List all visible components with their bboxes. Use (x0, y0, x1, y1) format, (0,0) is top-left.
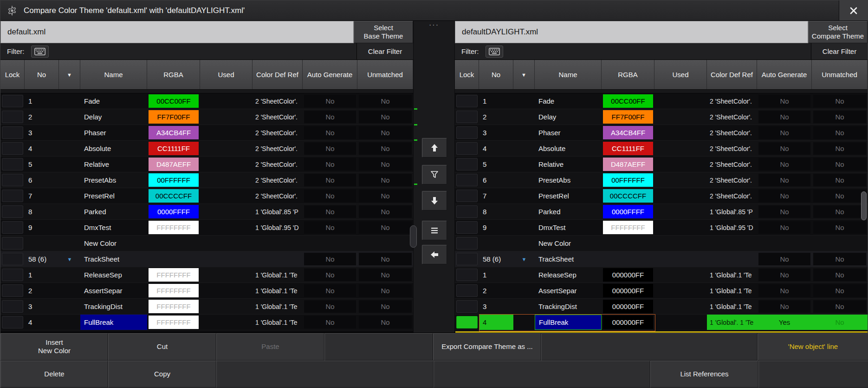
table-row[interactable]: 58 (6)▼TrackSheetNoNo (0, 251, 413, 267)
close-button[interactable] (839, 0, 868, 20)
ref-cell[interactable]: 1 'Global'.1 'Te (253, 267, 303, 283)
unmatched-cell[interactable]: No (357, 267, 413, 283)
lock-cell[interactable] (455, 188, 479, 204)
lock-cell[interactable] (455, 251, 479, 267)
expand-cell[interactable] (513, 188, 535, 204)
auto-generate-cell[interactable]: No (757, 204, 812, 219)
select-base-theme-button[interactable]: Select Base Theme (354, 21, 413, 43)
unmatched-cell[interactable]: No (812, 188, 868, 204)
col-header-rgba[interactable]: RGBA (602, 60, 654, 89)
col-header-used[interactable]: Used (200, 60, 253, 89)
unmatched-cell[interactable]: No (357, 299, 413, 314)
ref-cell[interactable]: 2 'SheetColor'. (707, 188, 757, 204)
unmatched-cell[interactable]: No (812, 204, 868, 219)
used-cell[interactable] (654, 93, 707, 109)
auto-generate-cell[interactable]: No (757, 125, 812, 140)
unmatched-cell[interactable]: No (357, 93, 413, 109)
unmatched-cell[interactable]: No (357, 283, 413, 298)
ref-cell[interactable]: 2 'SheetColor'. (253, 188, 303, 204)
name-cell[interactable]: Absolute (535, 141, 602, 156)
name-cell[interactable]: Relative (80, 157, 147, 172)
no-cell[interactable]: 5 (479, 157, 513, 172)
lock-cell[interactable] (0, 125, 25, 140)
no-cell[interactable]: 6 (479, 172, 513, 188)
ref-cell[interactable] (707, 251, 757, 267)
expand-cell[interactable] (59, 315, 80, 330)
table-row[interactable]: New Color (455, 236, 868, 251)
table-row[interactable]: 4FullBreak000000FF1 'Global'. 1 'TeYesNo (455, 315, 868, 330)
no-cell[interactable]: 58 (6) (479, 251, 513, 267)
ref-cell[interactable]: 2 'SheetColor'. (253, 109, 303, 125)
no-cell[interactable]: 2 (25, 283, 59, 298)
expand-cell[interactable] (513, 157, 535, 172)
lock-cell[interactable] (455, 93, 479, 109)
unmatched-cell[interactable]: No (812, 299, 868, 314)
col-header-no[interactable]: No (25, 60, 59, 89)
right-filter-input[interactable] (508, 43, 811, 59)
rgba-cell[interactable]: FFFFFFFF (602, 220, 654, 235)
expand-cell[interactable] (59, 299, 80, 314)
col-header-ref[interactable]: Color Def Ref (707, 60, 757, 89)
auto-generate-cell[interactable]: No (303, 267, 357, 283)
table-row[interactable]: 58 (6)▼TrackSheetNoNo (455, 251, 868, 267)
col-header-auto-generate[interactable]: Auto Generate (757, 60, 812, 89)
lock-cell[interactable] (455, 172, 479, 188)
ref-cell[interactable]: 2 'SheetColor'. (253, 157, 303, 172)
used-cell[interactable] (654, 125, 707, 140)
used-cell[interactable] (200, 141, 253, 156)
expand-cell[interactable] (59, 157, 80, 172)
used-cell[interactable] (200, 172, 253, 188)
expand-cell[interactable] (59, 283, 80, 298)
settings-button[interactable] (5, 4, 19, 18)
name-cell[interactable]: Relative (535, 157, 602, 172)
used-cell[interactable] (654, 251, 707, 267)
rgba-cell[interactable]: D487AEFF (602, 157, 654, 172)
no-cell[interactable]: 2 (25, 109, 59, 125)
ref-cell[interactable]: 2 'SheetColor'. (253, 172, 303, 188)
auto-generate-cell[interactable]: No (757, 267, 812, 283)
rgba-cell[interactable]: CC1111FF (602, 141, 654, 156)
unmatched-cell[interactable]: No (812, 251, 868, 267)
no-cell[interactable]: 1 (479, 267, 513, 283)
ref-cell[interactable]: 2 'SheetColor'. (253, 125, 303, 140)
name-cell[interactable]: PresetRel (80, 188, 147, 204)
unmatched-cell[interactable]: No (812, 109, 868, 125)
no-cell[interactable] (479, 236, 513, 251)
used-cell[interactable] (654, 299, 707, 314)
auto-generate-cell[interactable]: No (757, 188, 812, 204)
no-cell[interactable]: 7 (25, 188, 59, 204)
name-cell[interactable]: Parked (80, 204, 147, 219)
used-cell[interactable] (654, 172, 707, 188)
used-cell[interactable] (654, 188, 707, 204)
expand-cell[interactable] (59, 267, 80, 283)
expand-cell[interactable] (513, 236, 535, 251)
lock-cell[interactable] (455, 157, 479, 172)
insert-new-color-button[interactable]: Insert New Color (0, 333, 108, 361)
unmatched-cell[interactable]: No (357, 109, 413, 125)
auto-generate-cell[interactable]: No (303, 93, 357, 109)
ref-cell[interactable]: 1 'Global'.85 'P (707, 204, 757, 219)
lock-cell[interactable] (455, 220, 479, 235)
used-cell[interactable] (200, 125, 253, 140)
used-cell[interactable] (654, 236, 707, 251)
lock-cell[interactable] (0, 283, 25, 298)
no-cell[interactable] (25, 236, 59, 251)
unmatched-cell[interactable]: No (812, 157, 868, 172)
table-row[interactable]: 3TrackingDistFFFFFFFF1 'Global'.1 'TeNoN… (0, 299, 413, 315)
col-header-used[interactable]: Used (654, 60, 707, 89)
name-cell[interactable]: Delay (80, 109, 147, 125)
auto-generate-cell[interactable]: No (303, 188, 357, 204)
name-cell[interactable]: TrackSheet (80, 251, 147, 267)
right-keyboard-button[interactable] (486, 46, 503, 58)
used-cell[interactable] (654, 141, 707, 156)
name-cell[interactable]: PresetAbs (80, 172, 147, 188)
expand-cell[interactable] (513, 204, 535, 219)
name-cell[interactable]: FullBreak (80, 315, 147, 330)
expand-cell[interactable] (59, 204, 80, 219)
col-header-ref[interactable]: Color Def Ref (253, 60, 303, 89)
rgba-cell[interactable]: CC1111FF (147, 141, 200, 156)
lock-cell[interactable] (455, 283, 479, 298)
unmatched-cell[interactable]: No (812, 267, 868, 283)
col-header-auto-generate[interactable]: Auto Generate (303, 60, 357, 89)
unmatched-cell[interactable]: No (812, 93, 868, 109)
